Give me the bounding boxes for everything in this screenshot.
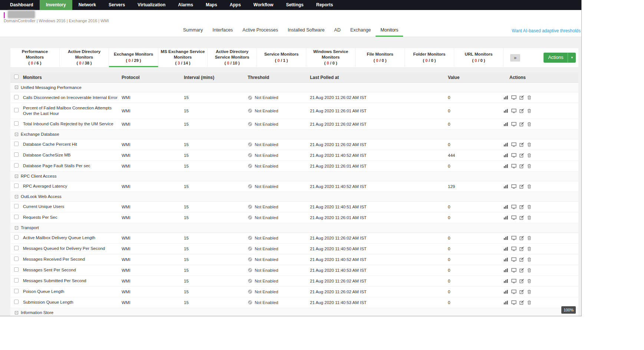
row-checkbox[interactable] bbox=[14, 163, 19, 168]
delete-icon[interactable] bbox=[527, 215, 531, 220]
chart-icon[interactable] bbox=[503, 215, 508, 220]
monitor-tab-windows-service-monitors[interactable]: Windows Service Monitors( 0 / 0 ) bbox=[306, 48, 356, 67]
chart-icon[interactable] bbox=[503, 300, 508, 305]
monitor-name[interactable]: Database Cache Percent Hit bbox=[23, 139, 122, 149]
monitor-screen-icon[interactable] bbox=[511, 164, 516, 168]
row-checkbox[interactable] bbox=[14, 152, 19, 157]
delete-icon[interactable] bbox=[527, 109, 531, 113]
delete-icon[interactable] bbox=[527, 236, 531, 240]
chart-icon[interactable] bbox=[503, 122, 508, 126]
edit-icon[interactable] bbox=[519, 300, 524, 305]
chart-icon[interactable] bbox=[503, 184, 508, 189]
edit-icon[interactable] bbox=[519, 257, 524, 262]
monitor-screen-icon[interactable] bbox=[511, 236, 516, 240]
monitor-tab-service-monitors[interactable]: Service Monitors( 0 / 1 ) bbox=[257, 48, 306, 67]
monitor-name[interactable]: Messages Sent Per Second bbox=[23, 265, 122, 275]
monitor-name[interactable]: Submission Queue Length bbox=[23, 297, 122, 307]
delete-icon[interactable] bbox=[527, 164, 531, 168]
actions-button-label[interactable]: Actions bbox=[544, 53, 568, 63]
tab-summary[interactable]: Summary bbox=[178, 24, 208, 37]
delete-icon[interactable] bbox=[527, 279, 531, 283]
monitor-tab-folder-monitors[interactable]: Folder Monitors( 0 / 0 ) bbox=[405, 48, 454, 67]
monitor-screen-icon[interactable] bbox=[511, 109, 516, 113]
tab-interfaces[interactable]: Interfaces bbox=[208, 24, 238, 37]
topnav-item-inventory[interactable]: Inventory bbox=[40, 0, 72, 10]
row-checkbox[interactable] bbox=[14, 95, 19, 99]
edit-icon[interactable] bbox=[519, 205, 524, 209]
topnav-item-alarms[interactable]: Alarms bbox=[172, 0, 199, 10]
chart-icon[interactable] bbox=[503, 290, 508, 294]
delete-icon[interactable] bbox=[527, 257, 531, 262]
monitor-name[interactable]: RPC Averaged Latency bbox=[23, 181, 122, 191]
monitor-name[interactable]: Poison Queue Length bbox=[23, 287, 122, 297]
chart-icon[interactable] bbox=[503, 164, 508, 168]
edit-icon[interactable] bbox=[519, 236, 524, 240]
monitor-name[interactable]: Total Inbound Calls Rejected by the UM S… bbox=[23, 119, 122, 129]
delete-icon[interactable] bbox=[527, 300, 531, 305]
delete-icon[interactable] bbox=[527, 247, 531, 251]
row-checkbox[interactable] bbox=[14, 267, 19, 272]
delete-icon[interactable] bbox=[527, 142, 531, 147]
monitor-tab-active-directory-service-monitors[interactable]: Active Directory Service Monitors( 0 / 1… bbox=[208, 48, 257, 67]
monitor-screen-icon[interactable] bbox=[511, 95, 516, 100]
monitor-screen-icon[interactable] bbox=[511, 268, 516, 273]
chart-icon[interactable] bbox=[503, 95, 508, 100]
topnav-item-reports[interactable]: Reports bbox=[310, 0, 339, 10]
edit-icon[interactable] bbox=[519, 95, 524, 100]
delete-icon[interactable] bbox=[527, 268, 531, 273]
edit-icon[interactable] bbox=[519, 164, 524, 168]
chart-icon[interactable] bbox=[503, 153, 508, 158]
monitor-name[interactable]: Current Unique Users bbox=[23, 202, 122, 212]
delete-icon[interactable] bbox=[527, 184, 531, 189]
row-checkbox[interactable] bbox=[14, 204, 19, 208]
row-checkbox[interactable] bbox=[14, 215, 19, 219]
row-checkbox[interactable] bbox=[14, 108, 19, 112]
edit-icon[interactable] bbox=[519, 109, 524, 113]
monitor-name[interactable]: Calls Disconnected on Irrecoverable Inte… bbox=[23, 93, 122, 103]
edit-icon[interactable] bbox=[519, 153, 524, 158]
row-checkbox[interactable] bbox=[14, 121, 19, 126]
chart-icon[interactable] bbox=[503, 257, 508, 262]
chart-icon[interactable] bbox=[503, 247, 508, 251]
topnav-item-servers[interactable]: Servers bbox=[102, 0, 131, 10]
monitor-tab-ms-exchange-service-monitors[interactable]: MS Exchange Service Monitors( 3 / 14 ) bbox=[158, 48, 208, 67]
more-tabs-button[interactable]: » bbox=[510, 54, 520, 62]
monitor-tab-performance-monitors[interactable]: Performance Monitors( 0 / 6 ) bbox=[10, 48, 60, 67]
monitor-name[interactable]: Database Page Fault Stalls Per sec bbox=[23, 161, 122, 171]
edit-icon[interactable] bbox=[519, 215, 524, 220]
monitor-screen-icon[interactable] bbox=[511, 279, 516, 283]
tab-active-processes[interactable]: Active Processes bbox=[238, 24, 283, 37]
delete-icon[interactable] bbox=[527, 95, 531, 100]
edit-icon[interactable] bbox=[519, 247, 524, 251]
chart-icon[interactable] bbox=[503, 205, 508, 209]
select-all-checkbox[interactable] bbox=[14, 75, 19, 79]
collapse-icon[interactable]: − bbox=[15, 133, 18, 136]
monitor-tab-active-directory-monitors[interactable]: Active Directory Monitors( 0 / 38 ) bbox=[60, 48, 109, 67]
topnav-item-workflow[interactable]: Workflow bbox=[247, 0, 280, 10]
topnav-item-maps[interactable]: Maps bbox=[199, 0, 224, 10]
topnav-item-dashboard[interactable]: Dashboard bbox=[4, 0, 40, 10]
edit-icon[interactable] bbox=[519, 268, 524, 273]
monitor-name[interactable]: Database CacheSize MB bbox=[23, 150, 122, 160]
edit-icon[interactable] bbox=[519, 122, 524, 126]
tab-monitors[interactable]: Monitors bbox=[376, 24, 403, 37]
actions-dropdown-caret[interactable]: ▾ bbox=[568, 53, 576, 63]
row-checkbox[interactable] bbox=[14, 289, 19, 293]
row-checkbox[interactable] bbox=[14, 246, 19, 250]
row-checkbox[interactable] bbox=[14, 300, 19, 304]
monitor-name[interactable]: Messages Received Per Second bbox=[23, 254, 122, 264]
topnav-item-apps[interactable]: Apps bbox=[224, 0, 247, 10]
collapse-icon[interactable]: − bbox=[15, 175, 18, 178]
chart-icon[interactable] bbox=[503, 109, 508, 113]
edit-icon[interactable] bbox=[519, 142, 524, 147]
chart-icon[interactable] bbox=[503, 279, 508, 283]
monitor-name[interactable]: Percent of Failed Mailbox Connection Att… bbox=[23, 103, 122, 119]
edit-icon[interactable] bbox=[519, 290, 524, 294]
delete-icon[interactable] bbox=[527, 290, 531, 294]
tab-ad[interactable]: AD bbox=[329, 24, 345, 37]
collapse-icon[interactable]: − bbox=[15, 311, 18, 314]
monitor-screen-icon[interactable] bbox=[511, 142, 516, 147]
collapse-icon[interactable]: − bbox=[15, 226, 18, 230]
monitor-screen-icon[interactable] bbox=[511, 300, 516, 305]
collapse-icon[interactable]: − bbox=[15, 195, 18, 198]
